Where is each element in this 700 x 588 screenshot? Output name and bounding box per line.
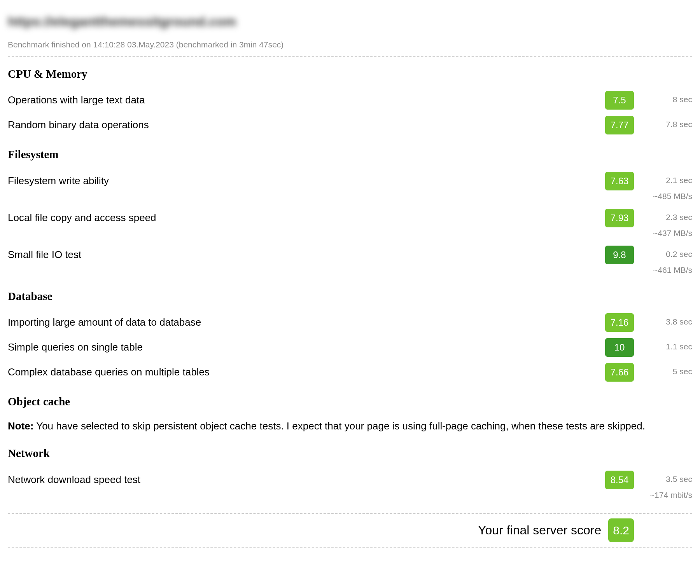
test-score-badge: 7.5 [605,91,634,110]
section-title: Filesystem [8,146,692,163]
test-label: Importing large amount of data to databa… [8,313,600,330]
test-row: Filesystem write ability 7.63 2.1 sec~48… [8,172,692,202]
note-prefix: Note: [8,420,33,432]
divider [8,56,692,57]
test-row: Random binary data operations 7.77 7.8 s… [8,116,692,134]
section-cpu-memory: CPU & Memory Operations with large text … [8,66,692,135]
test-row: Simple queries on single table 10 1.1 se… [8,338,692,357]
test-detail: 2.1 sec~485 MB/s [634,172,692,202]
section-title: CPU & Memory [8,66,692,83]
test-row: Local file copy and access speed 7.93 2.… [8,209,692,239]
test-detail: 7.8 sec [634,116,692,131]
section-database: Database Importing large amount of data … [8,288,692,382]
test-score-badge: 7.77 [605,116,634,134]
section-network: Network Network download speed test 8.54… [8,445,692,501]
section-title: Database [8,288,692,305]
test-detail: 3.5 sec~174 mbit/s [634,471,692,501]
section-object-cache: Object cache Note: You have selected to … [8,393,692,433]
test-label: Operations with large text data [8,91,600,108]
test-label: Network download speed test [8,471,600,487]
section-filesystem: Filesystem Filesystem write ability 7.63… [8,146,692,276]
test-row: Network download speed test 8.54 3.5 sec… [8,471,692,501]
test-score-badge: 7.63 [605,172,634,190]
benchmark-meta: Benchmark finished on 14:10:28 03.May.20… [8,38,692,51]
test-label: Complex database queries on multiple tab… [8,363,600,380]
final-score-badge: 8.2 [608,518,634,542]
test-detail: 8 sec [634,91,692,106]
test-score-badge: 7.16 [605,313,634,332]
test-score-badge: 10 [605,338,634,357]
section-title: Network [8,445,692,462]
test-label: Small file IO test [8,246,600,262]
final-score-label: Your final server score [478,521,601,539]
test-score-badge: 7.66 [605,363,634,382]
test-label: Simple queries on single table [8,338,600,355]
test-score-badge: 9.8 [605,246,634,264]
test-label: Filesystem write ability [8,172,600,188]
test-label: Random binary data operations [8,116,600,133]
divider [8,547,692,548]
test-detail: 1.1 sec [634,338,692,353]
test-score-badge: 7.93 [605,209,634,227]
test-detail: 5 sec [634,363,692,378]
blurred-url: https://elegantthemessitground.com [8,12,692,31]
test-row: Importing large amount of data to databa… [8,313,692,332]
test-label: Local file copy and access speed [8,209,600,225]
note-body: You have selected to skip persistent obj… [33,420,645,432]
test-row: Small file IO test 9.8 0.2 sec~461 MB/s [8,246,692,276]
final-score-row: Your final server score 8.2 [8,514,692,547]
object-cache-note: Note: You have selected to skip persiste… [8,419,692,434]
test-score-badge: 8.54 [605,471,634,489]
test-detail: 2.3 sec~437 MB/s [634,209,692,239]
section-title: Object cache [8,393,692,410]
test-detail: 3.8 sec [634,313,692,328]
test-row: Complex database queries on multiple tab… [8,363,692,382]
test-detail: 0.2 sec~461 MB/s [634,246,692,276]
test-row: Operations with large text data 7.5 8 se… [8,91,692,110]
